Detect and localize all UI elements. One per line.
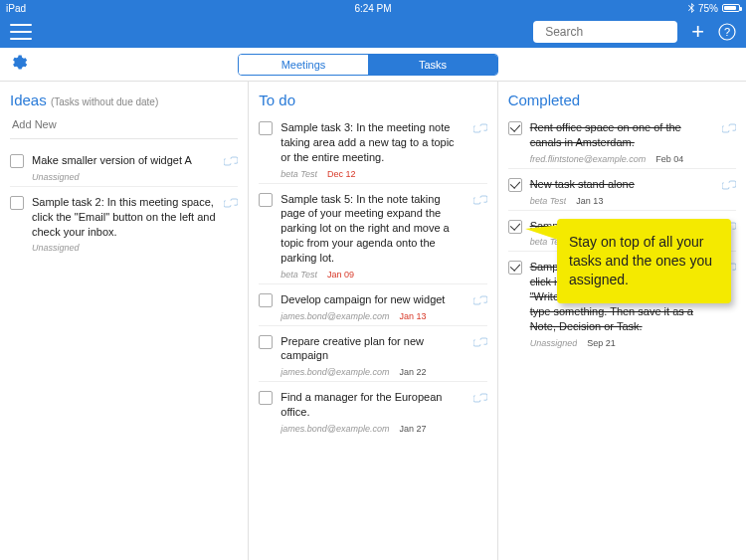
checkbox[interactable] xyxy=(259,293,273,307)
task-item[interactable]: New task stand alonebeta TestJan 13 xyxy=(508,169,736,211)
search-box[interactable] xyxy=(533,21,677,43)
task-assignee: fred.flintstone@example.com xyxy=(530,154,647,164)
link-icon xyxy=(224,155,238,167)
task-assignee: Unassigned xyxy=(530,338,578,348)
checkbox[interactable] xyxy=(259,335,273,349)
battery-pct: 75% xyxy=(698,3,718,14)
task-title: New task stand alone xyxy=(530,177,714,192)
link-icon xyxy=(473,122,487,134)
task-item[interactable]: Make smaller version of widget AUnassign… xyxy=(10,145,238,187)
link-icon xyxy=(224,197,238,209)
checkbox[interactable] xyxy=(508,121,522,135)
link-icon xyxy=(722,179,736,191)
view-segment: Meetings Tasks xyxy=(238,54,498,76)
help-button[interactable]: ? xyxy=(718,23,736,41)
task-date: Jan 27 xyxy=(400,424,427,434)
task-item[interactable]: Prepare creative plan for new campaignja… xyxy=(259,326,486,383)
task-item[interactable]: Find a manager for the European office.j… xyxy=(259,382,486,438)
task-date: Dec 12 xyxy=(327,169,356,179)
task-date: Feb 04 xyxy=(655,154,683,164)
todo-header: To do xyxy=(259,92,486,108)
task-title: Rent office space on one of the canals i… xyxy=(530,120,714,150)
task-assignee: james.bond@example.com xyxy=(280,367,389,377)
task-date: Jan 22 xyxy=(400,367,427,377)
checkbox[interactable] xyxy=(259,121,273,135)
checkbox[interactable] xyxy=(10,196,24,210)
status-bar: iPad 6:24 PM 75% xyxy=(0,0,746,16)
task-date: Jan 13 xyxy=(400,311,427,321)
checkbox[interactable] xyxy=(508,220,522,234)
task-title: Make smaller version of widget A xyxy=(32,153,216,168)
sub-bar: Meetings Tasks xyxy=(0,48,746,82)
add-new-input[interactable] xyxy=(10,112,238,139)
task-item[interactable]: Rent office space on one of the canals i… xyxy=(508,112,736,169)
task-assignee: beta Test xyxy=(280,270,317,280)
help-icon: ? xyxy=(718,23,736,41)
task-assignee: Unassigned xyxy=(32,243,80,253)
checkbox[interactable] xyxy=(259,193,273,207)
link-icon xyxy=(473,294,487,306)
todo-list: Sample task 3: In the meeting note takin… xyxy=(259,112,486,438)
checkbox[interactable] xyxy=(10,154,24,168)
task-assignee: beta Test xyxy=(280,169,317,179)
checkbox[interactable] xyxy=(259,391,273,405)
checkbox[interactable] xyxy=(508,261,522,275)
link-icon xyxy=(473,336,487,348)
column-completed: Completed Rent office space on one of th… xyxy=(498,82,746,560)
search-input[interactable] xyxy=(545,25,694,39)
menu-icon[interactable] xyxy=(10,24,32,40)
status-device: iPad xyxy=(6,3,251,14)
tab-tasks[interactable]: Tasks xyxy=(368,55,497,75)
tab-meetings[interactable]: Meetings xyxy=(239,55,368,75)
ideas-header: Ideas (Tasks without due date) xyxy=(10,92,238,108)
task-item[interactable]: Sample task 2: In this meeting space, cl… xyxy=(10,187,238,258)
ideas-list: Make smaller version of widget AUnassign… xyxy=(10,145,238,257)
column-ideas: Ideas (Tasks without due date) Make smal… xyxy=(0,82,249,560)
task-date: Jan 13 xyxy=(576,196,603,206)
task-title: Find a manager for the European office. xyxy=(280,390,465,420)
task-date: Sep 21 xyxy=(587,338,616,348)
task-date: Jan 09 xyxy=(327,270,354,280)
status-time: 6:24 PM xyxy=(251,3,495,14)
task-assignee: beta Test xyxy=(530,196,567,206)
nav-bar: + ? xyxy=(0,16,746,48)
task-title: Prepare creative plan for new campaign xyxy=(280,334,465,364)
link-icon xyxy=(473,194,487,206)
status-right: 75% xyxy=(495,3,740,14)
task-assignee: Unassigned xyxy=(32,172,80,182)
battery-icon xyxy=(722,4,740,12)
gear-icon xyxy=(10,54,28,72)
bluetooth-icon xyxy=(688,3,694,13)
task-title: Sample task 5: In the note taking page o… xyxy=(280,192,465,266)
callout-tooltip: Stay on top of all your tasks and the on… xyxy=(557,219,731,303)
task-assignee: james.bond@example.com xyxy=(280,424,389,434)
completed-header: Completed xyxy=(508,92,736,108)
task-item[interactable]: Sample task 3: In the meeting note takin… xyxy=(259,112,486,184)
callout-text: Stay on top of all your tasks and the on… xyxy=(569,233,719,289)
column-todo: To do Sample task 3: In the meeting note… xyxy=(249,82,497,560)
task-title: Sample task 2: In this meeting space, cl… xyxy=(32,195,216,240)
add-button[interactable]: + xyxy=(685,19,710,45)
columns: Ideas (Tasks without due date) Make smal… xyxy=(0,82,746,560)
checkbox[interactable] xyxy=(508,178,522,192)
link-icon xyxy=(722,122,736,134)
link-icon xyxy=(473,392,487,404)
task-assignee: james.bond@example.com xyxy=(280,311,389,321)
svg-text:?: ? xyxy=(724,26,730,38)
task-title: Sample task 3: In the meeting note takin… xyxy=(280,120,465,165)
task-item[interactable]: Develop campaign for new widgetjames.bon… xyxy=(259,284,486,326)
settings-button[interactable] xyxy=(10,54,28,76)
task-title: Develop campaign for new widget xyxy=(280,292,465,307)
task-item[interactable]: Sample task 5: In the note taking page o… xyxy=(259,184,486,284)
